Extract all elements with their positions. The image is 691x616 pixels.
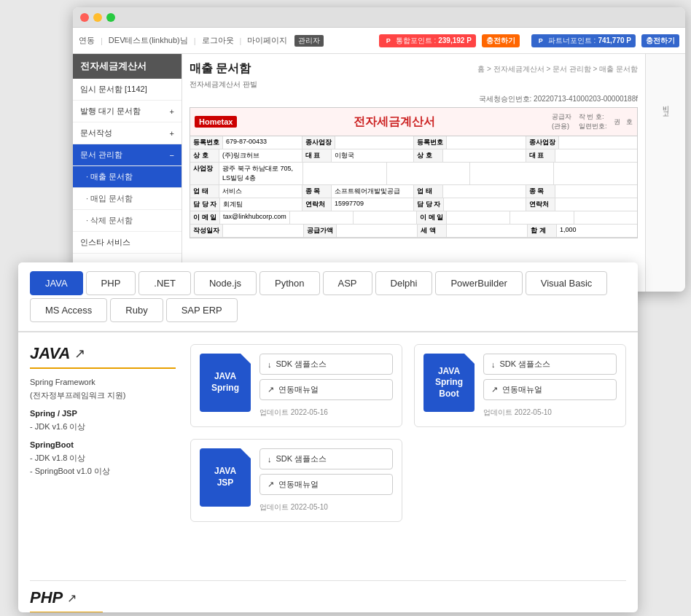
sdk-btn-springboot-source[interactable]: ↓ SDK 샘플소스 (483, 354, 617, 375)
points-badge[interactable]: P 통합포인트 : 239,192 P (379, 34, 476, 47)
sidebar-item-purchase[interactable]: · 매입 문서함 (73, 188, 181, 210)
sidebar-item-temp[interactable]: 임시 문서함 [1142] (73, 79, 181, 101)
nav-link-mypage[interactable]: 마이페이지 (247, 35, 287, 46)
tax-value (447, 225, 528, 237)
tab-java[interactable]: JAVA (30, 271, 83, 295)
breadcrumb: 홈 > 전자세금계산서 > 문서 관리함 > 매출 문서함 (477, 64, 638, 74)
subtitle-text: 전자세금계산서 판빌 (190, 80, 257, 88)
tab-python[interactable]: Python (259, 271, 319, 295)
type-label-r: 업 태 (414, 185, 443, 198)
reg-no-label-r: 등록번호 (414, 136, 447, 149)
tab-powerbuilder[interactable]: PowerBuilder (435, 271, 522, 295)
points-icon: P (383, 36, 394, 46)
rep-label: 대 표 (302, 149, 332, 162)
nav-link-logout[interactable]: 로그아웃 (202, 35, 234, 46)
id-number: 국세청승인번호: 20220713-41000203-00000188f (190, 94, 638, 104)
sdk-btn-spring-manual[interactable]: ↗ 연동매뉴얼 (259, 379, 393, 400)
manager-label-r: 담 당 자 (414, 198, 444, 211)
sidebar-icon-waiting: + (170, 107, 174, 116)
browser-titlebar (73, 7, 685, 28)
sdk-btn-spring-manual-label: 연동매뉴얼 (278, 384, 319, 395)
sidebar-label-temp: 임시 문서함 [1142] (80, 84, 147, 95)
tab-ruby[interactable]: Ruby (110, 298, 163, 322)
minimize-button[interactable] (93, 13, 102, 22)
invoice-row-5: 담 당 자 회계팀 연락처 15997709 담 당 자 연락처 (190, 198, 637, 211)
php-logo-arrow: ↗ (67, 591, 77, 605)
invoice-document: Hometax 전자세금계산서 공급자(관용) 작 번 호:일련번호: 권 호 … (190, 107, 638, 238)
sidebar-item-deleted[interactable]: · 삭제 문서함 (73, 210, 181, 232)
partner-value: 741,770 P (598, 36, 631, 44)
type-label: 업 태 (190, 185, 219, 198)
invoice-row-2: 상 호 (주)링크허브 대 표 이형국 상 호 대 표 (190, 149, 637, 163)
tel-value: 15997709 (332, 198, 414, 211)
biz-type-label-r: 종사업장 (526, 136, 559, 149)
sidebar-item-waiting[interactable]: 발행 대기 문서함 + (73, 101, 181, 122)
sidebar-item-create[interactable]: 문서작성 + (73, 122, 181, 144)
page-title: 매출 문서함 (190, 61, 251, 77)
sdk-btn-springboot-manual[interactable]: ↗ 연동매뉴얼 (483, 379, 617, 400)
maximize-button[interactable] (106, 13, 115, 22)
desc-section1: Spring / JSP (30, 408, 176, 421)
charge-button-2[interactable]: 충전하기 (641, 34, 679, 47)
sidebar-item-manage[interactable]: 문서 관리함 − (73, 144, 181, 166)
sub-label: 전자세금계산서 판빌 (190, 79, 638, 90)
main-layout: 전자세금계산서 임시 문서함 [1142] 발행 대기 문서함 + 문서작성 +… (73, 54, 685, 292)
address-value2 (303, 163, 387, 184)
company-label-r: 상 호 (414, 149, 443, 162)
reg-no-value-r (447, 136, 526, 149)
desc-section2-item2: - SpringBoot v1.0 이상 (30, 465, 176, 478)
java-logo-text: JAVA (30, 344, 70, 363)
sdk-actions-spring: ↓ SDK 샘플소스 ↗ 연동매뉴얼 업데이트 2022-05-16 (259, 354, 393, 418)
email-empty4 (574, 211, 637, 224)
page-title-row: 매출 문서함 홈 > 전자세금계산서 > 문서 관리함 > 매출 문서함 (190, 61, 638, 77)
desc-line2: (전자정부프레임워크 지원) (30, 389, 176, 402)
tab-delphi[interactable]: Delphi (375, 271, 433, 295)
sdk-actions-jsp: ↓ SDK 샘플소스 ↗ 연동매뉴얼 업데이트 2022-05-10 (259, 448, 393, 512)
nav-link-yundo[interactable]: 연동 (79, 35, 95, 46)
top-navigation: 연동 | DEV테스트(linkhub)님 | 로그아웃 | 마이페이지 관리자… (73, 28, 685, 54)
browser-window: 연동 | DEV테스트(linkhub)님 | 로그아웃 | 마이페이지 관리자… (73, 7, 685, 292)
desc-section2-item1: - JDK v1.8 이상 (30, 452, 176, 465)
tax-label: 세 액 (418, 225, 447, 237)
tab-msaccess[interactable]: MS Access (30, 298, 107, 322)
tab-nodejs[interactable]: Node.js (194, 271, 257, 295)
charge-button-1[interactable]: 충전하기 (482, 34, 520, 47)
sdk-icon-spring-text: JAVASpring (211, 371, 239, 394)
sidebar-item-sales[interactable]: · 매출 문서함 (73, 166, 181, 188)
tab-php[interactable]: PHP (86, 271, 136, 295)
tab-vb[interactable]: Visual Basic (526, 271, 608, 295)
email-label: 이 메 일 (190, 211, 220, 224)
id-number-text: 국세청승인번호: 20220713-41000203-00000188f (479, 95, 638, 103)
tab-bar: JAVA PHP .NET Node.js Python ASP Delphi … (18, 262, 638, 332)
address-value5 (554, 163, 637, 184)
sdk-left-panel: JAVA ↗ Spring Framework (전자정부프레임워크 지원) S… (30, 344, 176, 569)
java-logo-area: JAVA ↗ (30, 344, 176, 369)
tab-asp[interactable]: ASP (323, 271, 372, 295)
manager-label: 담 당 자 (190, 198, 220, 211)
tel-label: 연락처 (302, 198, 332, 211)
sdk-btn-springboot-manual-label: 연동매뉴얼 (502, 384, 542, 395)
reg-no-label: 등록번호 (190, 136, 223, 149)
tab-dotnet[interactable]: .NET (138, 271, 191, 295)
sdk-btn-jsp-source[interactable]: ↓ SDK 샘플소스 (259, 448, 393, 469)
invoice-title: 전자세금계산서 (244, 114, 544, 130)
java-logo-arrow: ↗ (74, 346, 85, 362)
points-value: 239,192 P (438, 36, 472, 44)
sdk-window: JAVA PHP .NET Node.js Python ASP Delphi … (18, 262, 638, 612)
amount-label: 합 계 (528, 225, 557, 237)
sidebar-item-insta[interactable]: 인스타 서비스 (73, 232, 181, 254)
nav-link-user[interactable]: DEV테스트(linkhub)님 (109, 35, 188, 46)
note-text: 비고 (661, 101, 671, 114)
invoice-meta-right: 작 번 호:일련번호: (579, 112, 607, 131)
partner-label: 파트너포인트 : (548, 36, 596, 46)
close-button[interactable] (80, 13, 89, 22)
invoice-meta: 공급자(관용) (552, 112, 571, 131)
sdk-btn-spring-source[interactable]: ↓ SDK 샘플소스 (259, 354, 393, 375)
biz-type-value-r (559, 136, 638, 149)
sdk-update-springboot: 업데이트 2022-05-10 (483, 408, 617, 418)
sdk-card-jsp: JAVAJSP ↓ SDK 샘플소스 ↗ 연동매뉴얼 업데이트 2022-05-… (190, 439, 402, 522)
sdk-actions-springboot: ↓ SDK 샘플소스 ↗ 연동매뉴얼 업데이트 2022-05-10 (483, 354, 617, 418)
tab-saperp[interactable]: SAP ERP (166, 298, 238, 322)
sdk-btn-jsp-manual[interactable]: ↗ 연동매뉴얼 (259, 474, 393, 495)
partner-points-badge[interactable]: P 파트너포인트 : 741,770 P (531, 34, 636, 47)
